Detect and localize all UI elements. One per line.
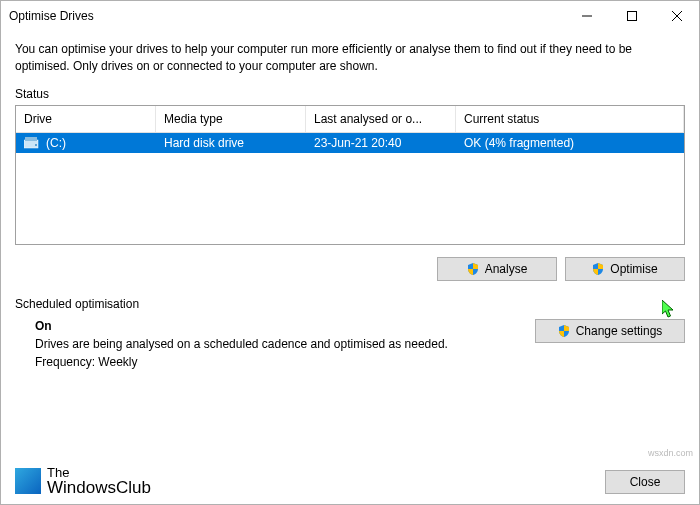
optimise-label: Optimise	[610, 262, 657, 276]
logo-icon	[15, 468, 41, 494]
column-header-last[interactable]: Last analysed or o...	[306, 106, 456, 132]
drive-icon	[24, 137, 40, 149]
shield-icon	[592, 263, 604, 275]
change-settings-button[interactable]: Change settings	[535, 319, 685, 343]
svg-rect-5	[25, 137, 37, 141]
close-button[interactable]: Close	[605, 470, 685, 494]
shield-icon	[558, 325, 570, 337]
scheduled-section: Scheduled optimisation On Drives are bei…	[15, 297, 685, 373]
shield-icon	[467, 263, 479, 275]
scheduled-label: Scheduled optimisation	[15, 297, 685, 311]
column-header-media[interactable]: Media type	[156, 106, 306, 132]
svg-rect-4	[24, 140, 38, 148]
scheduled-info: On Drives are being analysed on a schedu…	[15, 319, 535, 373]
close-label: Close	[630, 475, 661, 489]
titlebar: Optimise Drives	[1, 1, 699, 31]
analyse-label: Analyse	[485, 262, 528, 276]
drive-list: Drive Media type Last analysed or o... C…	[15, 105, 685, 245]
maximize-button[interactable]	[609, 1, 654, 31]
change-settings-label: Change settings	[576, 324, 663, 338]
svg-point-6	[35, 144, 37, 146]
window-controls	[564, 1, 699, 31]
cell-media: Hard disk drive	[156, 133, 306, 153]
description-text: You can optimise your drives to help you…	[15, 41, 685, 75]
analyse-button[interactable]: Analyse	[437, 257, 557, 281]
column-header-status[interactable]: Current status	[456, 106, 684, 132]
scheduled-desc: Drives are being analysed on a scheduled…	[35, 337, 535, 351]
drive-list-header: Drive Media type Last analysed or o... C…	[16, 106, 684, 133]
scheduled-state: On	[35, 319, 535, 333]
window-title: Optimise Drives	[9, 9, 564, 23]
branding-logo: The WindowsClub	[15, 466, 151, 496]
cell-last: 23-Jun-21 20:40	[306, 133, 456, 153]
cell-drive: (C:)	[16, 133, 156, 153]
action-buttons: Analyse Optimise	[15, 257, 685, 281]
cell-drive-name: (C:)	[46, 136, 66, 150]
footer-buttons: Close	[605, 470, 685, 494]
minimize-button[interactable]	[564, 1, 609, 31]
watermark: wsxdn.com	[648, 448, 693, 458]
logo-line2: WindowsClub	[47, 479, 151, 496]
content-area: You can optimise your drives to help you…	[1, 31, 699, 383]
scheduled-freq: Frequency: Weekly	[35, 355, 535, 369]
optimise-button[interactable]: Optimise	[565, 257, 685, 281]
status-label: Status	[15, 87, 685, 101]
close-window-button[interactable]	[654, 1, 699, 31]
svg-rect-1	[627, 12, 636, 21]
cell-status: OK (4% fragmented)	[456, 133, 684, 153]
drive-row-c[interactable]: (C:) Hard disk drive 23-Jun-21 20:40 OK …	[16, 133, 684, 153]
column-header-drive[interactable]: Drive	[16, 106, 156, 132]
